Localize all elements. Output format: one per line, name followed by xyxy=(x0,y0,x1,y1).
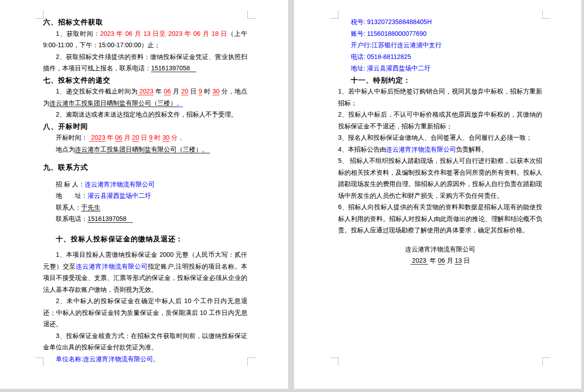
text-run: 连云港宵洋物流有限公司 xyxy=(405,245,475,253)
text-run: 30 xyxy=(212,88,220,95)
deposit-refund: 2、未中标人的投标保证金在确定中标人后 10 个工作日内无息退还；中标人的投标保… xyxy=(43,295,247,330)
text-run: 06 xyxy=(115,134,123,141)
text-run: 3、报名人和投标保证金缴纳人、合同签署人、合同履行人必须一致； xyxy=(338,134,532,141)
margin-crop-mark xyxy=(542,358,550,366)
text-run: 分， xyxy=(170,134,184,141)
deposit-verification: 3、投标保证金核查方式：在招标文件获取时间前，以缴纳投标保证金单位出具的投标保证… xyxy=(43,330,247,353)
text-run: 十一、特别约定： xyxy=(351,76,411,84)
section-7-heading: 七、投标文件的递交 xyxy=(43,74,247,86)
special-clause-2: 2、投标人中标后，不认可中标价格或其他原因放弃中标权的，其缴纳的投标保证金不予退… xyxy=(338,109,542,132)
submission-deadline: 1、递交投标文件截止时间为 2023 年 06 月 20 日 9 时 30 分，… xyxy=(43,86,247,109)
text-run: 招 标 人： xyxy=(56,181,85,188)
text-run: 连云港宵洋物流有限公司 xyxy=(76,263,147,270)
text-run: 开标时间： xyxy=(56,134,89,141)
special-clause-5: 5、 招标人不组织投标人踏勘现场，投标人可自行进行勘察，以获本次招标的相关技术资… xyxy=(338,155,542,201)
special-clause-1: 1、若中标人中标后拒绝签订购销合同，视同其放弃中标权，招标方重新招标； xyxy=(338,86,542,109)
text-run: 开户行:江苏银行连云港浦中支行 xyxy=(351,41,442,49)
text-run: 1、若中标人中标后拒绝签订购销合同，视同其放弃中标权，招标方重新招标； xyxy=(338,88,542,107)
text-run: 电话: 0518-88112825 xyxy=(351,53,411,60)
signature-company: 连云港宵洋物流有限公司 xyxy=(338,244,542,255)
text-run: 负责解释。 xyxy=(456,146,488,153)
unit-name: 单位名称:连云港宵洋物流有限公司。 xyxy=(43,353,247,365)
text-run: 灌云县灌西盐场中二圩 xyxy=(88,192,151,199)
text-run: 地点为 xyxy=(56,146,75,153)
text-run: 2、未中标人的投标保证金在确定中标人后 10 个工作日内无息退还；中标人的投标保… xyxy=(43,297,247,328)
text-run: 2、逾期送达或者未送达指定地点的投标文件，招标人不予受理。 xyxy=(56,111,237,118)
text-run: 单位名称:连云港宵洋物流有限公司。 xyxy=(56,355,159,363)
tenderer-address: 地 址：灌云县灌西盐场中二圩 xyxy=(43,190,247,202)
text-run: 20 xyxy=(181,88,188,95)
section-11-heading: 十一、特别约定： xyxy=(338,74,542,86)
opening-time: 开标时间： 2023 年 06 月 20 日 9 时 30 分， xyxy=(43,132,247,144)
contact-person: 联系人：于先生 xyxy=(43,202,247,214)
text-run: 七、投标文件的递交 xyxy=(43,76,111,84)
text-run: 2023 xyxy=(89,134,105,141)
tax-number: 税号: 91320723588488405H xyxy=(338,16,542,28)
margin-crop-mark xyxy=(247,358,255,366)
text-run: 年 xyxy=(105,134,115,141)
signature-date: 2023 年 06 月 13 日 xyxy=(338,255,542,267)
text-run: 1、递交投标文件截止时间为 xyxy=(56,88,137,95)
text-run: 30 xyxy=(162,134,170,141)
account-number: 账号: 11560188000077690 xyxy=(338,28,542,40)
bank-phone: 电话: 0518-88112825 xyxy=(338,51,542,63)
text-run: 连云港市工投集团日晒制盐有限公司（三楼）。 xyxy=(75,146,210,153)
margin-crop-mark xyxy=(35,10,44,19)
text-run: 日 xyxy=(462,257,470,264)
tenderer: 招 标 人：连云港宵洋物流有限公司 xyxy=(43,179,247,191)
bank-name: 开户行:江苏银行连云港浦中支行 xyxy=(338,39,542,51)
text-run: 分 xyxy=(220,88,228,95)
text-run: 20 xyxy=(132,134,139,141)
text-run: 06 xyxy=(438,257,445,264)
contact-phone: 联系电话：15161397058 xyxy=(43,213,247,225)
margin-crop-mark xyxy=(542,10,550,19)
text-run: 6、招标人向投标人提供的有关货物的资料和数据是招标人现有的能使投标人利用的资料。… xyxy=(338,203,542,234)
late-delivery: 2、逾期送达或者未送达指定地点的投标文件，招标人不予受理。 xyxy=(43,109,247,121)
text-run: 八、开标时间 xyxy=(43,122,88,130)
text-run: 联系电话： xyxy=(56,215,88,222)
text-run: 13 xyxy=(455,257,462,264)
opening-location: 地点为连云港市工投集团日晒制盐有限公司（三楼）。 xyxy=(43,144,247,156)
document-page-left: 六、招标文件获取1、获取时间：2023 年 06 月 13 日至 2023 年 … xyxy=(0,0,288,389)
text-run: 月 xyxy=(445,257,455,264)
text-run: 于先生 xyxy=(81,204,100,211)
text-run: 4、本招标公告由 xyxy=(338,146,386,153)
text-run: 联系人： xyxy=(56,204,81,211)
text-run: 15161397058 xyxy=(88,215,133,222)
text-run: 月 xyxy=(122,134,132,141)
margin-crop-mark xyxy=(247,10,255,19)
margin-crop-mark xyxy=(330,10,339,19)
text-run: 2、获取招标文件须提供的资料：缴纳投标保证金凭证、营业执照扫描件，本项目可线上报… xyxy=(43,53,247,72)
section-8-heading: 八、开标时间 xyxy=(43,121,247,132)
special-clause-4: 4、本招标公告由连云港宵洋物流有限公司负责解释。 xyxy=(338,144,542,156)
text-run: 5、 招标人不组织投标人踏勘现场，投标人可自行进行勘察，以获本次招标的相关技术资… xyxy=(338,157,542,199)
text-run: 年 xyxy=(428,257,438,264)
text-run: 账号: 11560188000077690 xyxy=(351,30,427,37)
text-run: 2023 年 06 月 13 日至 2023 年 06 月 18 日 xyxy=(100,30,228,37)
section-10-heading: 十、投标人投标保证金的缴纳及退还： xyxy=(43,233,247,245)
text-run: 06 xyxy=(164,88,171,95)
text-run: 十、投标人投标保证金的缴纳及退还： xyxy=(56,235,183,243)
margin-crop-mark xyxy=(35,358,44,366)
text-run: 。 xyxy=(177,99,183,107)
text-run: 时 xyxy=(152,134,162,141)
obtain-time: 1、获取时间：2023 年 06 月 13 日至 2023 年 06 月 18 … xyxy=(43,28,247,51)
text-run: 时 xyxy=(202,88,213,95)
margin-crop-mark xyxy=(330,358,339,366)
text-run: 地 址： xyxy=(56,192,88,199)
text-run: 3、投标保证金核查方式：在招标文件获取时间前，以缴纳投标保证金单位出具的投标保证… xyxy=(43,332,247,351)
text-run: 15161397058 xyxy=(151,64,196,72)
obtain-materials: 2、获取招标文件须提供的资料：缴纳投标保证金凭证、营业执照扫描件，本项目可线上报… xyxy=(43,51,247,74)
page-right-content: 税号: 91320723588488405H账号: 11560188000077… xyxy=(338,16,542,267)
special-clause-6: 6、招标人向投标人提供的有关货物的资料和数据是招标人现有的能使投标人利用的资料。… xyxy=(338,201,542,236)
deposit-payment: 1、本项目投标人需缴纳投标保证金 2000 元整（人民币大写：贰仟元整）交至连云… xyxy=(43,249,247,295)
text-run: 连云港宵洋物流有限公司 xyxy=(386,146,456,153)
text-run: 地址: 灌云县灌西盐场中二圩 xyxy=(351,64,431,72)
section-6-heading: 六、招标文件获取 xyxy=(43,16,247,28)
special-clause-3: 3、报名人和投标保证金缴纳人、合同签署人、合同履行人必须一致； xyxy=(338,132,542,144)
bank-address: 地址: 灌云县灌西盐场中二圩 xyxy=(338,63,542,74)
text-run: 1、获取时间： xyxy=(56,30,100,37)
text-run: 日 xyxy=(139,134,149,141)
page-left-content: 六、招标文件获取1、获取时间：2023 年 06 月 13 日至 2023 年 … xyxy=(43,16,247,365)
document-viewer: { "colors": { "red": "#ff0000", "blue": … xyxy=(0,0,584,392)
